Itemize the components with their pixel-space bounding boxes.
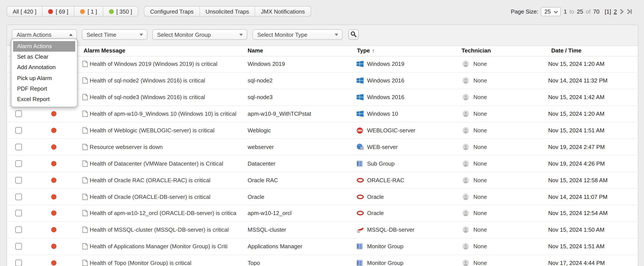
- severity-dot-icon: [51, 161, 56, 166]
- select-monitor-type-dropdown[interactable]: Select Monitor Type: [252, 29, 342, 40]
- row-checkbox[interactable]: [15, 243, 22, 250]
- severity-dot-icon: [51, 144, 56, 150]
- search-button[interactable]: [348, 29, 359, 40]
- row-checkbox[interactable]: [15, 144, 22, 150]
- alarm-document-icon[interactable]: [82, 210, 88, 216]
- row-checkbox[interactable]: [15, 110, 22, 117]
- alarm-document-icon[interactable]: [82, 160, 88, 167]
- row-checkbox[interactable]: [15, 127, 22, 134]
- alarm-message[interactable]: Health of MSSQL-cluster (MSSQL-DB-server…: [90, 226, 229, 233]
- search-icon: [350, 31, 356, 38]
- monitor-name[interactable]: apm-w10-9_WithTCPstat: [248, 110, 311, 117]
- alarm-message[interactable]: Health of Weblogic (WEBLOGIC-server) is …: [90, 127, 214, 134]
- alarm-document-icon[interactable]: [82, 194, 88, 200]
- monitor-name[interactable]: MSSQL-cluster: [248, 226, 286, 233]
- monitor-name[interactable]: Windows 2019: [248, 61, 285, 68]
- alarm-document-icon[interactable]: [82, 94, 88, 100]
- tab-warning-alarms[interactable]: [ 1 ]: [74, 6, 103, 16]
- range-to-word: to: [570, 8, 574, 15]
- range-total: 70: [593, 8, 600, 15]
- alarm-rows: Health of Windows 2019 (Windows 2019) is…: [7, 56, 638, 266]
- technician-name: None: [474, 194, 487, 200]
- tab-configured-traps[interactable]: Configured Traps: [144, 6, 200, 16]
- windows-icon: [356, 110, 364, 117]
- monitor-name[interactable]: webserver: [248, 144, 274, 150]
- windows-icon: [356, 60, 364, 68]
- menu-item-alarm-actions[interactable]: Alarm Actions: [13, 41, 75, 52]
- page-2-link[interactable]: 2: [614, 8, 617, 15]
- header-datetime: Date / Time: [551, 47, 582, 54]
- technician-avatar: [462, 243, 469, 250]
- monitor-type-label: Windows 10: [367, 110, 398, 117]
- monitor-name[interactable]: sql-node3: [248, 94, 272, 100]
- last-page-icon[interactable]: [626, 8, 632, 14]
- technician-name: None: [474, 210, 487, 216]
- monitor-name[interactable]: Oracle: [248, 194, 264, 200]
- alarm-row: Health of Oracle (ORACLE-DB-server) is c…: [7, 188, 638, 205]
- menu-item-set-as-clear[interactable]: Set as Clear: [13, 52, 75, 62]
- row-checkbox[interactable]: [15, 177, 22, 183]
- row-checkbox[interactable]: [15, 260, 22, 266]
- alarm-message[interactable]: Health of apm-w10-9_Windows 10 (Windows …: [90, 110, 236, 117]
- alarm-message[interactable]: Health of Oracle (ORACLE-DB-server) is c…: [90, 194, 210, 200]
- clear-dot-icon: [109, 9, 114, 14]
- select-time-dropdown[interactable]: Select Time: [82, 29, 148, 40]
- chevron-down-icon: [554, 8, 558, 15]
- row-checkbox[interactable]: [15, 160, 22, 167]
- menu-item-add-annotation[interactable]: Add Annotation: [13, 62, 75, 73]
- alarm-document-icon[interactable]: [82, 61, 88, 68]
- alarm-document-icon[interactable]: [82, 260, 88, 266]
- tab-unsolicited-traps[interactable]: Unsolicited Traps: [200, 6, 255, 16]
- alarm-document-icon[interactable]: [82, 243, 88, 250]
- alarm-document-icon[interactable]: [82, 144, 88, 150]
- monitor-name[interactable]: Oracle RAC: [248, 177, 278, 183]
- monitor-type-label: WEBLOGIC-server: [367, 127, 416, 134]
- tab-jmx-notifications[interactable]: JMX Notifications: [255, 6, 310, 16]
- menu-item-excel-report[interactable]: Excel Report: [13, 94, 75, 104]
- alarm-message[interactable]: Health of sql-node3 (Windows 2016) is cr…: [90, 94, 205, 100]
- alarm-document-icon[interactable]: [82, 177, 88, 183]
- top-bar: All [ 420 ] [ 69 ] [ 1 ] [ 350 ] Configu…: [6, 6, 632, 16]
- tab-critical-alarms[interactable]: [ 69 ]: [42, 6, 74, 16]
- monitor-name[interactable]: Datacenter: [248, 160, 276, 167]
- header-type-sort[interactable]: Type ↑: [357, 47, 375, 54]
- alarm-message[interactable]: Health of Oracle RAC (ORACLE-RAC) is cri…: [90, 177, 210, 183]
- monitor-name[interactable]: apm-w10-12_orcl: [248, 210, 292, 216]
- severity-dot-icon: [51, 244, 56, 249]
- alarm-message[interactable]: Health of Topo (Monitor Group) is critic…: [90, 260, 192, 266]
- alarm-datetime: Nov 15, 2024 1:51 AM: [548, 243, 604, 250]
- monitor-name[interactable]: Topo: [248, 260, 260, 266]
- alarm-message[interactable]: Health of apm-w10-12_orcl (ORACLE-DB-ser…: [90, 210, 236, 216]
- monitor-name[interactable]: sql-node2: [248, 78, 272, 84]
- alarm-message[interactable]: Health of Datacenter (VMWare Datacenter)…: [90, 160, 223, 167]
- select-monitor-group-dropdown[interactable]: Select Monitor Group: [152, 29, 247, 40]
- menu-item-pdf-report[interactable]: PDF Report: [13, 84, 75, 94]
- alarm-document-icon[interactable]: [82, 226, 88, 233]
- alarm-actions-dropdown[interactable]: Alarm Actions: [12, 29, 77, 40]
- oracle-icon: [356, 193, 364, 200]
- header-technician: Technician: [462, 47, 491, 54]
- alarm-message[interactable]: Resource webserver is down: [90, 144, 163, 150]
- next-page-icon[interactable]: [620, 8, 624, 14]
- technician-avatar: [462, 127, 469, 134]
- monitor-name[interactable]: Applications Manager: [248, 243, 302, 250]
- alarm-document-icon[interactable]: [82, 127, 88, 134]
- tab-all-alarms[interactable]: All [ 420 ]: [7, 6, 42, 16]
- monitor-name[interactable]: Weblogic: [248, 127, 271, 134]
- severity-dot-icon: [51, 227, 56, 232]
- tab-clear-alarms[interactable]: [ 350 ]: [103, 6, 138, 16]
- row-checkbox[interactable]: [15, 226, 22, 233]
- windows-icon: [356, 77, 364, 84]
- menu-item-pick-up-alarm[interactable]: Pick up Alarm: [13, 73, 75, 83]
- alarm-message[interactable]: Health of Windows 2019 (Windows 2019) is…: [90, 61, 218, 68]
- technician-avatar: [462, 61, 469, 68]
- technician-avatar: [462, 160, 469, 167]
- page-size-select[interactable]: 25: [541, 7, 561, 16]
- alarm-message[interactable]: Health of Applications Manager (Monitor …: [90, 243, 228, 250]
- row-checkbox[interactable]: [15, 210, 22, 216]
- row-checkbox[interactable]: [15, 194, 22, 200]
- alarm-message[interactable]: Health of sql-node2 (Windows 2016) is cr…: [90, 78, 205, 84]
- warning-dot-icon: [80, 9, 85, 14]
- alarm-document-icon[interactable]: [82, 78, 88, 84]
- alarm-document-icon[interactable]: [82, 110, 88, 117]
